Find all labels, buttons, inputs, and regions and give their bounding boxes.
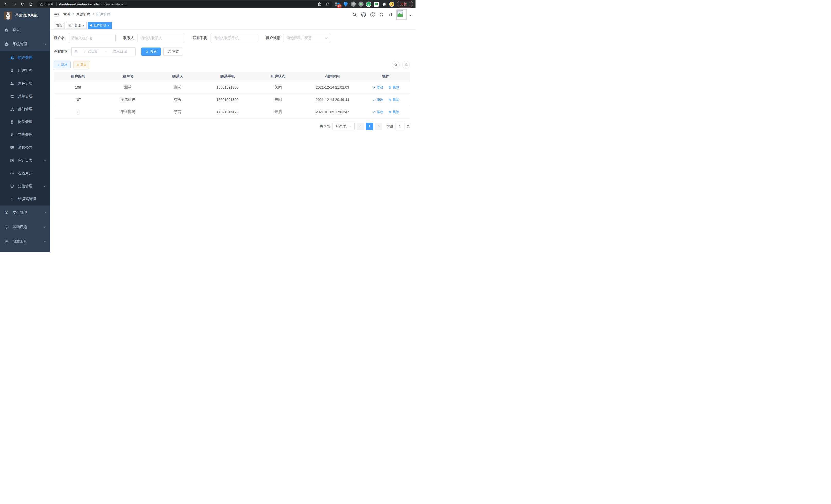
prev-page-button[interactable] bbox=[357, 123, 364, 130]
toggle-search-button[interactable] bbox=[392, 61, 400, 68]
cell-mobile: 15601691300 bbox=[202, 93, 253, 106]
status-select[interactable]: 请选择租户状态 bbox=[283, 34, 331, 42]
avatar[interactable] bbox=[397, 9, 407, 20]
delete-link[interactable]: 删除 bbox=[388, 97, 399, 102]
tab-home[interactable]: 首页 bbox=[54, 22, 65, 29]
sidebar-item-devtools[interactable]: 研发工具 bbox=[0, 234, 50, 249]
sidebar-item-sms[interactable]: 短信管理 bbox=[0, 180, 50, 192]
cell-status: 关闭 bbox=[253, 81, 303, 93]
end-date-placeholder[interactable]: 结束日期 bbox=[106, 49, 133, 54]
goto-page-input[interactable] bbox=[395, 123, 404, 130]
download-icon bbox=[77, 63, 79, 66]
tab-tenant[interactable]: 租户管理 × bbox=[88, 22, 112, 29]
delete-link[interactable]: 删除 bbox=[388, 85, 399, 90]
sidebar-item-system[interactable]: 系统管理 bbox=[0, 37, 50, 51]
table-row: 107 测试租户 秃头 15601691300 关闭 2021-12-14 20… bbox=[54, 93, 410, 106]
browser-forward-button[interactable] bbox=[11, 1, 18, 7]
browser-menu-kebab-icon[interactable] bbox=[408, 2, 412, 6]
extension-shortcuts[interactable]: ⌘ bbox=[350, 2, 356, 7]
extension-yuque[interactable]: y bbox=[366, 2, 371, 7]
security-label[interactable]: 不安全 bbox=[45, 2, 54, 6]
omnibox-divider bbox=[56, 2, 57, 6]
font-size-button[interactable]: TT bbox=[388, 12, 393, 17]
breadcrumb-system[interactable]: 系统管理 bbox=[76, 12, 90, 17]
bookmark-star-icon[interactable] bbox=[325, 2, 329, 6]
sidebar-item-home[interactable]: 首页 bbox=[0, 23, 50, 37]
trash-icon bbox=[388, 98, 391, 101]
chevron-up-icon bbox=[43, 42, 46, 46]
app-logo-row[interactable]: 芋道管理系统 bbox=[0, 8, 50, 23]
sidebar-item-label: 支付管理 bbox=[12, 210, 27, 215]
search-button[interactable]: 搜索 bbox=[141, 48, 161, 56]
sidebar-item-payment[interactable]: ¥ 支付管理 bbox=[0, 206, 50, 220]
sidebar-item-online-users[interactable]: 在线用户 bbox=[0, 167, 50, 180]
contact-input[interactable] bbox=[137, 34, 185, 42]
refresh-table-button[interactable] bbox=[402, 61, 410, 68]
code-icon bbox=[10, 197, 14, 201]
sidebar-item-tenant[interactable]: 租户管理 bbox=[0, 51, 50, 64]
sidebar-item-role[interactable]: 角色管理 bbox=[0, 77, 50, 90]
edit-link[interactable]: 修改 bbox=[373, 110, 383, 114]
extension-emoji[interactable] bbox=[389, 2, 395, 7]
extensions-bar: 10 ⌘ y bbox=[335, 2, 395, 7]
edit-link[interactable]: 修改 bbox=[373, 85, 383, 90]
browser-back-button[interactable] bbox=[3, 1, 9, 7]
sidebar-item-label: 字典管理 bbox=[18, 132, 32, 137]
sidebar-item-error-code[interactable]: 错误码管理 bbox=[0, 192, 50, 206]
briefcase-icon bbox=[4, 239, 9, 244]
sidebar-item-label: 岗位管理 bbox=[18, 120, 32, 124]
sidebar-item-menu[interactable]: 菜单管理 bbox=[0, 90, 50, 103]
sidebar-item-user[interactable]: 用户管理 bbox=[0, 64, 50, 77]
filter-label: 租户状态 bbox=[266, 36, 280, 40]
url-path: /system/tenant bbox=[105, 2, 126, 6]
tab-close-icon[interactable]: × bbox=[108, 24, 110, 27]
chevron-down-icon bbox=[43, 226, 46, 229]
filter-row-2: 创建时间 开始日期 - 结束日期 搜索 重置 bbox=[54, 47, 410, 56]
emoji-icon bbox=[389, 2, 395, 7]
sidebar-item-infra[interactable]: 基础设施 bbox=[0, 220, 50, 234]
avatar-caret-down-icon[interactable] bbox=[409, 15, 412, 18]
browser-reload-button[interactable] bbox=[19, 1, 26, 7]
fullscreen-button[interactable] bbox=[379, 12, 384, 17]
user-icon bbox=[10, 68, 14, 73]
cell-created: 2021-12-14 20:49:44 bbox=[303, 93, 362, 106]
browser-update-button[interactable]: 更新 bbox=[397, 1, 413, 7]
browser-home-button[interactable] bbox=[28, 1, 34, 7]
github-link[interactable] bbox=[361, 12, 366, 17]
sidebar-item-notice[interactable]: 通知公告 bbox=[0, 141, 50, 154]
sidebar-item-dict[interactable]: 字典管理 bbox=[0, 128, 50, 141]
tab-dept[interactable]: 部门管理 × bbox=[66, 22, 87, 29]
breadcrumb-home[interactable]: 首页 bbox=[63, 12, 70, 17]
extension-chat[interactable] bbox=[374, 2, 379, 7]
header-search-button[interactable] bbox=[352, 12, 357, 17]
sidebar-toggle-hamburger-icon[interactable] bbox=[54, 12, 59, 17]
sidebar-item-label: 审计日志 bbox=[18, 158, 32, 163]
page-size-select[interactable]: 10条/页 bbox=[333, 123, 354, 130]
not-secure-warning-icon bbox=[39, 3, 43, 6]
sidebar-item-dept[interactable]: 部门管理 bbox=[0, 103, 50, 116]
add-button[interactable]: 新增 bbox=[54, 61, 71, 68]
people-icon bbox=[10, 82, 14, 86]
edit-link[interactable]: 修改 bbox=[373, 97, 383, 102]
export-button[interactable]: 导出 bbox=[73, 61, 90, 68]
next-page-button[interactable] bbox=[375, 123, 382, 130]
extensions-puzzle-button[interactable] bbox=[381, 2, 387, 7]
mobile-input[interactable] bbox=[210, 34, 258, 42]
tenant-name-input[interactable] bbox=[68, 34, 116, 42]
extension-recorder[interactable] bbox=[358, 2, 364, 7]
address-bar[interactable]: 不安全 dashboard.yudao.iocoder.cn/system/te… bbox=[36, 1, 333, 7]
reset-button[interactable]: 重置 bbox=[164, 48, 183, 56]
date-range-picker[interactable]: 开始日期 - 结束日期 bbox=[71, 47, 136, 56]
sidebar-item-audit-log[interactable]: 审计日志 bbox=[0, 154, 50, 167]
extension-tag-assistant[interactable]: 10 bbox=[335, 2, 341, 7]
tab-close-icon[interactable]: × bbox=[83, 24, 84, 27]
filter-status: 租户状态 请选择租户状态 bbox=[266, 34, 331, 42]
start-date-placeholder[interactable]: 开始日期 bbox=[78, 49, 104, 54]
share-icon[interactable] bbox=[318, 2, 322, 6]
filter-label: 创建时间 bbox=[54, 49, 68, 54]
delete-link[interactable]: 删除 bbox=[388, 110, 399, 114]
extension-balloon[interactable] bbox=[343, 2, 348, 7]
help-button[interactable]: ? bbox=[370, 12, 375, 17]
page-number-1[interactable]: 1 bbox=[366, 123, 373, 130]
sidebar-item-post[interactable]: 岗位管理 bbox=[0, 116, 50, 128]
